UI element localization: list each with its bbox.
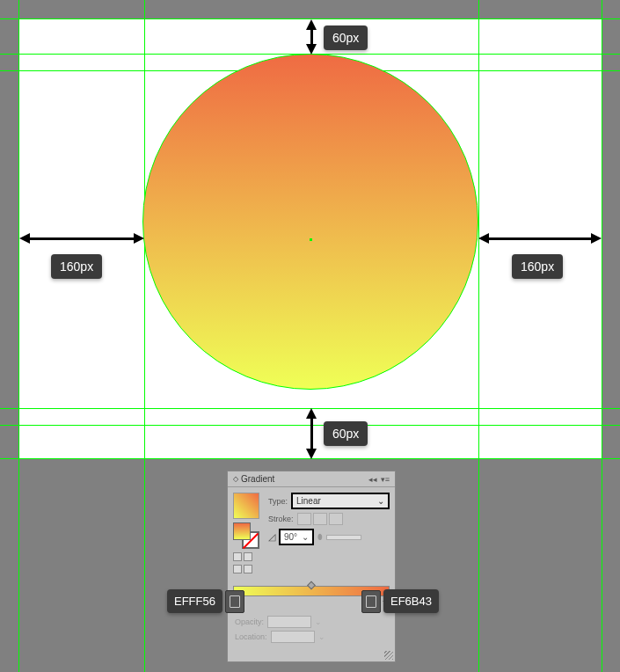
panel-title: Gradient — [241, 474, 274, 484]
angle-value: 90° — [284, 532, 297, 542]
gradient-panel[interactable]: ◇ Gradient ◂◂ ▾≡ Ty — [227, 471, 396, 662]
stroke-label: Stroke: — [268, 515, 294, 523]
measure-label-right: 160px — [512, 254, 563, 279]
opacity-label: Opacity: — [235, 617, 264, 626]
center-point — [310, 238, 312, 241]
arrowhead-icon — [306, 19, 317, 30]
swatch-link-icon — [225, 590, 244, 613]
fill-stroke-swatch[interactable] — [233, 522, 259, 549]
panel-header[interactable]: ◇ Gradient ◂◂ ▾≡ — [228, 471, 395, 487]
chevron-down-icon: ⌄ — [377, 496, 384, 506]
expand-icon[interactable]: ◇ — [233, 475, 238, 483]
swatch-icon[interactable] — [244, 552, 252, 561]
ratio-input — [326, 535, 361, 540]
arrowhead-icon — [19, 233, 30, 244]
panel-menu-icon[interactable]: ▾≡ — [381, 475, 390, 484]
stroke-option-button[interactable] — [297, 513, 311, 525]
color-callout-start: EFFF56 — [167, 589, 247, 613]
measure-arrow-right — [485, 237, 596, 240]
measure-label-bottom: 60px — [324, 421, 368, 446]
opacity-input[interactable] — [267, 616, 311, 628]
guide-vertical — [602, 0, 602, 672]
angle-input[interactable]: 90° ⌄ — [279, 529, 314, 545]
swatch-icon[interactable] — [244, 565, 252, 573]
type-value: Linear — [296, 496, 321, 506]
gradient-circle[interactable] — [142, 54, 478, 390]
measure-label-left: 160px — [51, 254, 102, 279]
arrowhead-icon — [306, 44, 317, 55]
gradient-preview[interactable] — [233, 493, 259, 519]
color-code-start: EFFF56 — [167, 589, 222, 613]
swatch-link-icon — [361, 590, 381, 613]
swatch-icon[interactable] — [233, 552, 242, 561]
arrowhead-icon — [134, 233, 144, 244]
chevron-down-icon: ⌄ — [315, 617, 322, 626]
panel-collapse-icon[interactable]: ◂◂ — [368, 475, 377, 484]
color-callout-end: EF6B43 — [359, 589, 439, 613]
measure-arrow-left — [26, 237, 139, 240]
location-label: Location: — [235, 632, 267, 641]
aspect-icon: ⬮ — [317, 532, 323, 542]
arrowhead-icon — [478, 233, 489, 244]
stroke-option-button[interactable] — [313, 513, 327, 525]
chevron-down-icon: ⌄ — [318, 632, 325, 641]
location-input[interactable] — [271, 631, 315, 643]
resize-grip[interactable] — [384, 651, 393, 660]
guide-vertical — [144, 0, 145, 672]
guide-vertical — [478, 0, 479, 672]
guide-vertical — [18, 0, 19, 672]
arrowhead-icon — [591, 233, 602, 244]
chevron-down-icon: ⌄ — [302, 532, 309, 542]
angle-icon: ◿ — [268, 531, 275, 543]
arrowhead-icon — [306, 449, 317, 459]
type-select[interactable]: Linear ⌄ — [291, 493, 390, 509]
type-label: Type: — [268, 497, 288, 506]
swatch-icon[interactable] — [233, 565, 242, 573]
stroke-option-button[interactable] — [329, 513, 343, 525]
arrowhead-icon — [306, 408, 317, 419]
color-code-end: EF6B43 — [383, 589, 439, 613]
measure-label-top: 60px — [324, 26, 368, 50]
measure-arrow-bottom — [310, 413, 313, 453]
